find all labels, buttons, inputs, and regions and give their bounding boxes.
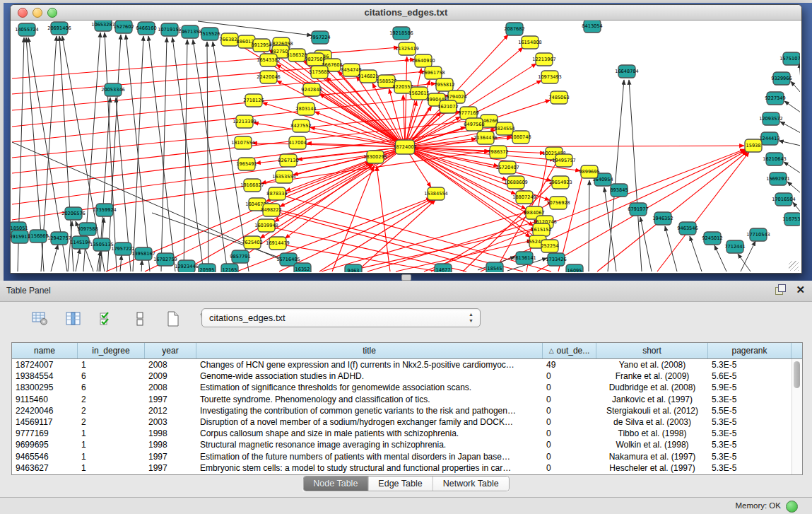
cell-in_degree[interactable]: 2 (78, 395, 145, 404)
graph-node[interactable]: 13958167 (131, 247, 155, 260)
graph-node[interactable]: 3097588 (77, 223, 98, 235)
cell-out_degree[interactable]: 0 (543, 463, 596, 473)
graph-node[interactable]: 10756928 (546, 197, 570, 209)
graph-node[interactable]: 22420046 (257, 71, 281, 83)
graph-node[interactable]: 16352 (294, 263, 311, 272)
graph-node[interactable]: 6497568 (464, 118, 484, 131)
cell-year[interactable]: 1997 (145, 452, 196, 462)
graph-node[interactable]: 16648784 (615, 65, 639, 78)
cell-year[interactable]: 1998 (145, 428, 196, 438)
table-row[interactable]: 1830029562008Estimation of significance … (12, 382, 802, 393)
cell-in_degree[interactable]: 1 (78, 428, 145, 438)
cell-title[interactable]: Genome-wide association studies in ADHD. (196, 371, 543, 381)
graph-node[interactable]: 15720407 (495, 161, 519, 174)
cell-short[interactable]: Tibbo et al. (1998) (596, 428, 708, 438)
column-header-year[interactable]: year (145, 343, 196, 358)
graph-node[interactable]: 2803144 (295, 103, 316, 115)
graph-node[interactable]: 18724007 (393, 140, 417, 154)
table-row[interactable]: 977716911998Corpus callosum shape and si… (12, 428, 802, 439)
graph-node[interactable]: 8267130 (278, 154, 298, 167)
graph-node[interactable]: 9463546 (677, 222, 698, 235)
graph-node[interactable]: 9227349 (765, 92, 785, 105)
network-window-titlebar[interactable]: citations_edges.txt (11, 5, 801, 21)
cell-out_degree[interactable]: 49 (543, 360, 596, 370)
table-row[interactable]: 2242004622012Investigating the contribut… (12, 405, 802, 416)
graph-node[interactable]: 16961758 (421, 66, 445, 79)
new-document-icon[interactable] (163, 308, 184, 329)
graph-node[interactable]: 20206576 (61, 207, 86, 220)
graph-node[interactable]: 1167531 (782, 213, 800, 226)
graph-node[interactable]: 15751074 (779, 52, 800, 65)
cell-short[interactable]: Jankovic et al. (1997) (596, 395, 708, 404)
table-selector[interactable]: citations_edges.txt ▲▼ (201, 308, 481, 327)
graph-node[interactable]: 19166827 (240, 179, 264, 192)
graph-node[interactable]: 14671358 (178, 25, 202, 38)
graph-node[interactable]: 14055724 (15, 23, 39, 36)
graph-node[interactable]: 10653287 (91, 21, 115, 31)
table-row[interactable]: 1872400712008Changes of HCN gene express… (12, 359, 802, 370)
tab-edge-table[interactable]: Edge Table (368, 477, 433, 491)
graph-node[interactable]: 15938 (745, 139, 762, 152)
row-check-icon[interactable] (96, 308, 117, 329)
cell-name[interactable]: 18300295 (12, 382, 78, 392)
graph-node[interactable]: 1145194 (70, 236, 90, 249)
cell-pagerank[interactable]: 5.3E-5 (708, 428, 792, 438)
graph-node[interactable]: 16543382 (257, 54, 281, 66)
graph-node[interactable]: 1733426 (546, 253, 566, 266)
table-row[interactable]: 1456911722003Disruption of a novel membe… (12, 416, 802, 428)
cell-out_degree[interactable]: 0 (543, 371, 596, 381)
splitter-handle[interactable] (401, 274, 411, 281)
graph-node[interactable]: 12165 (221, 264, 238, 272)
cell-short[interactable]: Franke et al. (2009) (596, 371, 708, 381)
cell-name[interactable]: 9115460 (12, 395, 78, 404)
cell-pagerank[interactable]: 5.9E-5 (708, 382, 792, 392)
cell-name[interactable]: 9465546 (12, 452, 78, 462)
cell-year[interactable]: 1998 (145, 440, 196, 450)
graph-node[interactable]: 18807249 (512, 191, 536, 204)
graph-node[interactable]: 11325419 (395, 42, 419, 55)
cell-out_degree[interactable]: 0 (543, 428, 596, 438)
column-header-short[interactable]: short (596, 343, 708, 358)
graph-node[interactable]: 16039948 (254, 219, 278, 232)
cell-name[interactable]: 9777169 (12, 428, 78, 438)
cell-out_degree[interactable]: 0 (543, 440, 596, 450)
cell-pagerank[interactable]: 5.3E-5 (708, 360, 792, 370)
graph-node[interactable]: 7515526 (199, 28, 220, 40)
cell-name[interactable]: 18724007 (12, 360, 78, 370)
graph-node[interactable]: 9329966 (771, 72, 792, 85)
graph-node[interactable]: 18107554 (231, 136, 255, 149)
graph-node[interactable]: 16136141 (512, 252, 536, 264)
graph-node[interactable]: 16782759 (153, 253, 177, 266)
graph-node[interactable]: 2718126 (243, 94, 264, 107)
cell-pagerank[interactable]: 5.3E-5 (708, 440, 792, 450)
graph-node[interactable]: 12213399 (233, 115, 257, 128)
cell-year[interactable]: 2008 (145, 360, 196, 370)
cell-short[interactable]: Stergiakouli et al. (2012) (596, 406, 708, 416)
cell-short[interactable]: Dudbridge et al. (2008) (596, 382, 708, 392)
cell-in_degree[interactable]: 2 (78, 406, 145, 416)
cell-out_degree[interactable]: 0 (543, 406, 596, 416)
window-resize-grip[interactable] (789, 261, 799, 271)
graph-node[interactable]: 1527602 (113, 21, 134, 33)
tab-node-table[interactable]: Node Table (303, 477, 368, 491)
graph-node[interactable]: 8878334 (266, 187, 287, 200)
graph-node[interactable]: 16353554 (272, 170, 296, 183)
table-row[interactable]: 1938455462009Genome-wide association stu… (12, 370, 802, 382)
table-row[interactable]: 969969511998Structural magnetic resonanc… (12, 439, 802, 450)
cell-short[interactable]: de Silva et al. (2003) (596, 417, 708, 427)
cell-title[interactable]: Structural magnetic resonance image aver… (196, 440, 543, 450)
graph-node[interactable]: 8498222 (261, 204, 281, 216)
scrollbar-thumb[interactable] (794, 361, 800, 388)
graph-node[interactable]: 19654923 (548, 176, 572, 189)
graph-node[interactable]: 12093572 (759, 112, 783, 125)
graph-node[interactable]: 8186328 (286, 49, 307, 62)
graph-node[interactable]: 9899695 (579, 165, 599, 178)
graph-node[interactable]: 1965491 (236, 158, 257, 170)
cell-title[interactable]: Corpus callosum shape and size in male p… (196, 428, 543, 438)
graph-node[interactable]: 10688609 (504, 176, 528, 189)
cell-in_degree[interactable]: 1 (78, 463, 145, 473)
graph-node[interactable]: 15692971 (766, 173, 790, 185)
cell-name[interactable]: 14569117 (12, 417, 78, 427)
graph-node[interactable]: 6466160 (136, 22, 156, 35)
graph-node[interactable]: 12213967 (532, 53, 556, 66)
